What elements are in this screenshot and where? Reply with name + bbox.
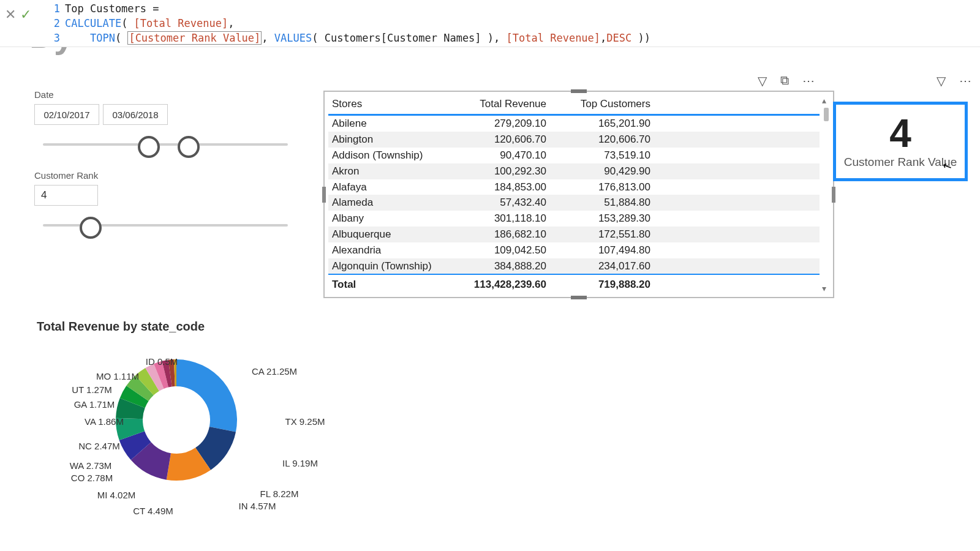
- formula-cancel-icon[interactable]: ✕: [5, 7, 16, 23]
- table-total-row: Total 113,428,239.60 719,888.20: [328, 274, 820, 294]
- card-visual-header: ▽ ⋯: [937, 73, 971, 88]
- filter-icon[interactable]: ▽: [758, 73, 767, 88]
- formula-line-1: Top Customers =: [65, 2, 159, 15]
- donut-label: MI 4.02M: [97, 490, 136, 500]
- more-options-icon[interactable]: ⋯: [959, 73, 971, 88]
- date-range-slider[interactable]: [43, 133, 288, 158]
- stores-table-visual[interactable]: Stores Total Revenue Top Customers Abile…: [323, 91, 834, 298]
- more-options-icon[interactable]: ⋯: [802, 73, 815, 88]
- donut-label: FL 8.22M: [260, 489, 299, 499]
- donut-label: MO 1.11M: [96, 371, 139, 381]
- donut-chart-visual[interactable]: Total Revenue by state_code CA 21.25MTX …: [37, 320, 318, 540]
- rank-slider[interactable]: [43, 214, 288, 239]
- donut-label: ID 0.5M: [146, 356, 178, 367]
- donut-segment-CA[interactable]: [176, 359, 237, 432]
- date-slicer-label: Date: [34, 89, 54, 100]
- table-row[interactable]: Akron100,292.3090,429.90: [328, 163, 820, 179]
- donut-label: VA 1.86M: [85, 416, 124, 427]
- card-value: 4: [889, 114, 911, 153]
- table-row[interactable]: Alexandria109,042.50107,494.80: [328, 242, 820, 258]
- table-row[interactable]: Abilene279,209.10165,201.90: [328, 116, 820, 132]
- table-row[interactable]: Algonquin (Township)384,888.20234,017.60: [328, 258, 820, 274]
- donut-label: IL 9.19M: [282, 458, 318, 468]
- col-header-topcust[interactable]: Top Customers: [546, 98, 650, 110]
- focus-mode-icon[interactable]: ⧉: [780, 73, 789, 88]
- table-row[interactable]: Addison (Township)90,470.1073,519.10: [328, 148, 820, 163]
- col-header-revenue[interactable]: Total Revenue: [442, 98, 546, 110]
- donut-label: UT 1.27M: [72, 384, 112, 395]
- donut-label: IN 4.57M: [239, 501, 276, 511]
- formula-bar: ✕ ✓ 1Top Customers = 2CALCULATE( [Total …: [0, 0, 980, 47]
- date-range-thumb-to[interactable]: [178, 136, 200, 158]
- formula-editor[interactable]: 1Top Customers = 2CALCULATE( [Total Reve…: [33, 0, 980, 45]
- donut-label: CA 21.25M: [252, 366, 297, 377]
- table-header-row: Stores Total Revenue Top Customers: [328, 94, 820, 116]
- donut-label: NC 2.47M: [78, 441, 120, 451]
- table-row[interactable]: Alafaya184,853.00176,813.00: [328, 179, 820, 195]
- donut-label: GA 1.71M: [74, 399, 115, 410]
- table-scrollbar[interactable]: [822, 97, 832, 292]
- table-row[interactable]: Albany301,118.10153,289.30: [328, 211, 820, 227]
- donut-label: TX 9.25M: [285, 416, 325, 427]
- col-header-stores[interactable]: Stores: [328, 98, 442, 110]
- table-row[interactable]: Abington120,606.70120,606.70: [328, 132, 820, 148]
- donut-label: WA 2.73M: [70, 460, 112, 471]
- rank-value-input[interactable]: [34, 185, 98, 206]
- rank-slider-thumb[interactable]: [80, 217, 102, 239]
- date-to-input[interactable]: [103, 104, 168, 125]
- formula-commit-icon[interactable]: ✓: [20, 7, 31, 23]
- date-range-thumb-from[interactable]: [138, 136, 160, 158]
- table-row[interactable]: Albuquerque186,682.10172,551.80: [328, 227, 820, 242]
- chart-title: Total Revenue by state_code: [37, 320, 318, 334]
- donut-label: CO 2.78M: [71, 473, 113, 483]
- donut-label: CT 4.49M: [133, 506, 173, 516]
- report-canvas: Date Customer Rank ▽ ⧉ ⋯ ▽ ⋯ Stores Tota…: [0, 48, 980, 551]
- resize-handle-left[interactable]: [322, 187, 326, 203]
- table-visual-header: ▽ ⧉ ⋯: [758, 73, 815, 88]
- resize-handle-right[interactable]: [832, 187, 835, 203]
- rank-slicer-label: Customer Rank: [34, 170, 98, 181]
- table-row[interactable]: Alameda57,432.4051,884.80: [328, 195, 820, 211]
- date-from-input[interactable]: [34, 104, 99, 125]
- filter-icon[interactable]: ▽: [937, 73, 946, 88]
